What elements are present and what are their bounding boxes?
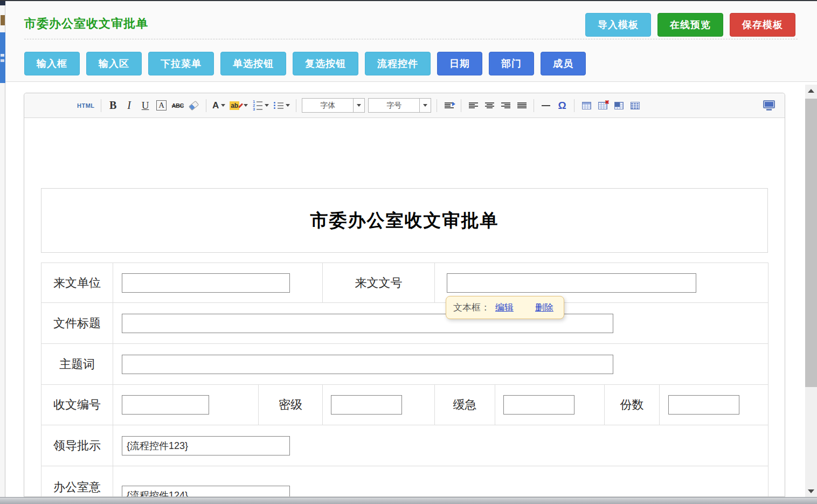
table-header-icon	[614, 102, 624, 109]
italic-icon: I	[127, 99, 131, 112]
save-template-button[interactable]: 保存模板	[730, 13, 795, 37]
align-right-button[interactable]	[500, 98, 511, 113]
toolbar-separator	[296, 99, 296, 112]
doc-number-input[interactable]	[447, 273, 696, 293]
label-leader-comments: 领导批示	[41, 425, 113, 466]
underline-button[interactable]: U	[140, 98, 151, 113]
align-left-button[interactable]	[467, 98, 479, 113]
office-opinion-input[interactable]	[122, 486, 290, 498]
delete-table-icon	[598, 102, 607, 109]
bold-button[interactable]: B	[107, 98, 119, 113]
strikethrough-icon: ABC	[172, 102, 184, 109]
strip-dark-segment	[0, 1, 5, 5]
add-radio-button[interactable]: 单选按钮	[220, 52, 286, 75]
align-right-icon	[501, 102, 510, 109]
approval-form-table: 来文单位 来文文号 文件标题 主题词 收文编号 密级	[41, 263, 768, 497]
chevron-down-icon	[244, 104, 248, 107]
label-urgency: 缓急	[435, 385, 495, 425]
template-editor-page: 市委办公室收文审批单 导入模板 在线预览 保存模板 输入框 输入区 下拉菜单 单…	[0, 0, 817, 504]
copies-input[interactable]	[668, 395, 739, 415]
strikethrough-button[interactable]: ABC	[172, 98, 184, 113]
toolbar-separator	[101, 99, 101, 112]
horizontal-rule-button[interactable]	[540, 98, 552, 113]
receipt-number-input[interactable]	[122, 395, 209, 415]
label-receipt-number: 收文编号	[41, 385, 113, 425]
add-dropdown-button[interactable]: 下拉菜单	[148, 52, 214, 75]
toolbar-separator	[574, 99, 574, 112]
font-color-button[interactable]: A	[212, 98, 225, 113]
chevron-down-icon	[423, 104, 427, 107]
highlight-color-icon: ab	[230, 101, 239, 110]
cell-grid-icon	[631, 102, 640, 109]
table-row: 来文单位 来文文号	[41, 263, 768, 303]
align-left-icon	[469, 102, 478, 109]
insert-table-button[interactable]	[580, 98, 592, 113]
tooltip-delete-link[interactable]: 删除	[535, 301, 553, 314]
italic-button[interactable]: I	[123, 98, 135, 113]
toolbar-separator	[461, 99, 461, 112]
horizontal-rule-icon	[542, 105, 550, 106]
remove-format-button[interactable]	[188, 98, 200, 113]
scroll-up-button[interactable]	[805, 86, 817, 95]
source-unit-input[interactable]	[122, 273, 290, 293]
align-center-icon	[485, 102, 494, 109]
add-date-button[interactable]: 日期	[437, 52, 482, 75]
editor-document[interactable]: 市委办公室收文审批单 来文单位 来文文号 文件标题 主	[24, 118, 785, 497]
bold-icon: B	[109, 99, 116, 112]
scrollbar-thumb[interactable]	[805, 99, 817, 387]
form-control-buttons: 输入框 输入区 下拉菜单 单选按钮 复选按钮 流程控件 日期 部门 成员	[24, 52, 586, 75]
textbox-tooltip: 文本框： 编辑 删除	[446, 296, 564, 319]
vertical-scrollbar[interactable]	[805, 85, 817, 497]
label-secrecy: 密级	[259, 385, 323, 425]
header-actions: 导入模板 在线预览 保存模板	[585, 13, 795, 37]
table-header-button[interactable]	[613, 98, 625, 113]
font-family-select[interactable]: 字体	[302, 98, 365, 113]
background-page-sliver	[0, 1, 5, 497]
online-preview-button[interactable]: 在线预览	[657, 13, 723, 37]
align-center-button[interactable]	[483, 98, 495, 113]
delete-table-button[interactable]	[597, 98, 608, 113]
special-character-button[interactable]: Ω	[556, 98, 568, 113]
fullscreen-button[interactable]	[763, 98, 775, 113]
strip-icon-fragment	[1, 15, 5, 25]
scroll-down-button[interactable]	[805, 486, 817, 496]
underline-icon: U	[142, 100, 149, 112]
tooltip-edit-link[interactable]: 编辑	[495, 301, 514, 314]
editor-toolbar: HTML B I U A ABC A ab 1 2 3	[24, 93, 785, 118]
add-input-box-button[interactable]: 输入框	[24, 52, 80, 75]
indent-icon	[445, 102, 454, 109]
source-code-icon: HTML	[77, 102, 95, 109]
urgency-input[interactable]	[503, 395, 574, 415]
add-textarea-button[interactable]: 输入区	[86, 52, 142, 75]
text-border-button[interactable]: A	[156, 98, 168, 113]
table-icon	[582, 102, 591, 109]
cell-grid-button[interactable]	[629, 98, 641, 113]
add-checkbox-button[interactable]: 复选按钮	[293, 52, 358, 75]
add-member-button[interactable]: 成员	[541, 52, 586, 75]
font-family-dropdown-button[interactable]	[354, 98, 365, 113]
unordered-list-button[interactable]	[273, 98, 290, 113]
source-code-button[interactable]: HTML	[77, 98, 95, 113]
chevron-down-icon	[221, 104, 225, 107]
secrecy-input[interactable]	[331, 395, 402, 415]
strip-blue-segment	[0, 32, 5, 83]
indent-button[interactable]	[443, 98, 455, 113]
horizontal-scrollbar[interactable]	[0, 497, 817, 504]
label-doc-title: 文件标题	[41, 303, 113, 344]
toolbar-separator	[206, 99, 206, 112]
eraser-icon	[189, 100, 199, 111]
table-row: 文件标题	[41, 303, 768, 344]
justify-full-button[interactable]	[516, 98, 528, 113]
add-department-button[interactable]: 部门	[489, 52, 534, 75]
font-size-select[interactable]: 字号	[368, 98, 431, 113]
subject-input[interactable]	[122, 355, 613, 374]
highlight-color-button[interactable]: ab	[230, 98, 248, 113]
chevron-down-icon	[357, 104, 361, 107]
add-flow-control-button[interactable]: 流程控件	[365, 52, 431, 75]
font-size-dropdown-button[interactable]	[420, 98, 431, 113]
rich-text-editor: HTML B I U A ABC A ab 1 2 3	[24, 93, 785, 497]
leader-comments-input[interactable]	[122, 436, 290, 455]
import-template-button[interactable]: 导入模板	[585, 13, 651, 37]
label-subject: 主题词	[41, 344, 113, 385]
ordered-list-button[interactable]: 1 2 3	[252, 98, 269, 113]
